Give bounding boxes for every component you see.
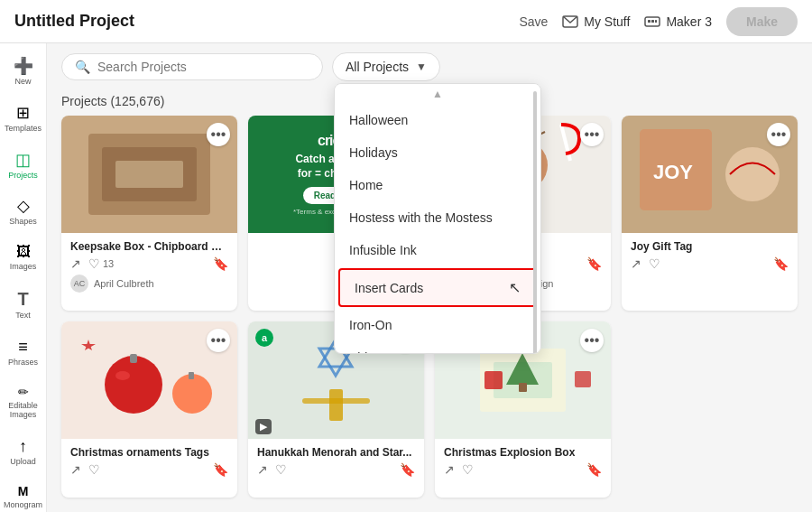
dropdown-item-halloween[interactable]: Halloween [335, 104, 540, 136]
page-title: Untitled Project [14, 12, 134, 31]
sidebar-item-new[interactable]: ➕ New [3, 51, 44, 94]
card-actions-7: ↗ ♡ 🔖 [444, 462, 602, 477]
bookmark-button-7[interactable]: 🔖 [586, 462, 602, 477]
monogram-icon: M [18, 485, 29, 498]
like-button-1[interactable]: ♡ 13 [88, 256, 114, 271]
header-left: Untitled Project [14, 12, 134, 31]
sidebar-label-text: Text [15, 311, 31, 321]
svg-rect-41 [519, 383, 527, 392]
share-button-5[interactable]: ↗ [70, 462, 81, 477]
sidebar: ➕ New ⊞ Templates ◫ Projects ◇ Shapes 🖼 … [0, 43, 47, 512]
card-actions-1: ↗ ♡ 13 🔖 [70, 256, 228, 271]
svg-point-28 [115, 371, 130, 380]
main-content: 🔍 All Projects ▼ Projects (125,676) [47, 43, 812, 512]
filter-label: All Projects [346, 60, 409, 74]
sidebar-label-shapes: Shapes [9, 217, 37, 227]
sidebar-item-templates[interactable]: ⊞ Templates [3, 98, 44, 141]
card-menu-3[interactable]: ••• [580, 123, 604, 146]
card-title-1: Keepsake Box - Chipboard Pi... [70, 240, 228, 253]
share-button-4[interactable]: ↗ [631, 256, 641, 271]
search-input[interactable] [97, 60, 309, 74]
filter-dropdown[interactable]: All Projects ▼ [332, 52, 440, 81]
bookmark-button-5[interactable]: 🔖 [213, 462, 228, 477]
card-actions-5: ↗ ♡ 🔖 [70, 462, 228, 477]
phrases-icon: ≡ [18, 339, 28, 355]
bookmark-button-1[interactable]: 🔖 [213, 256, 228, 271]
make-button[interactable]: Make [726, 7, 798, 36]
header-right: Save My Stuff Maker 3 Make [519, 7, 798, 36]
share-button-7[interactable]: ↗ [444, 462, 455, 477]
like-button-6[interactable]: ♡ [275, 462, 287, 477]
sidebar-item-projects[interactable]: ◫ Projects [3, 144, 44, 188]
shapes-icon: ◇ [17, 198, 30, 214]
images-icon: 🖼 [16, 245, 31, 259]
save-button[interactable]: Save [519, 14, 548, 29]
mystuff-label: My Stuff [584, 14, 630, 29]
card-info-5: Christmas ornaments Tags ↗ ♡ 🔖 [61, 439, 237, 486]
svg-rect-43 [575, 371, 591, 387]
svg-rect-8 [115, 161, 183, 188]
dropdown-scrollbar[interactable] [533, 91, 537, 354]
search-box: 🔍 [61, 53, 323, 80]
bookmark-button-3[interactable]: 🔖 [586, 256, 602, 271]
card-badge-6: a [255, 329, 273, 347]
sidebar-item-phrases[interactable]: ≡ Phrases [3, 331, 44, 375]
card-info-4: Joy Gift Tag ↗ ♡ 🔖 [622, 233, 798, 280]
mystuff-button[interactable]: My Stuff [562, 14, 630, 29]
card-menu-4[interactable]: ••• [767, 123, 790, 146]
maker-button[interactable]: Maker 3 [644, 14, 712, 29]
scroll-top-indicator: ▲ [335, 84, 540, 104]
card-title-6: Hanukkah Menorah and Star... [257, 446, 415, 459]
svg-rect-35 [329, 389, 343, 421]
card-menu-1[interactable]: ••• [207, 123, 230, 146]
sidebar-label-monogram: Monogram [4, 500, 42, 510]
sidebar-label-phrases: Phrases [8, 358, 38, 368]
project-card-1[interactable]: ••• Keepsake Box - Chipboard Pi... ↗ ♡ 1… [61, 116, 237, 311]
card-menu-7[interactable]: ••• [580, 329, 604, 352]
upload-icon: ↑ [19, 438, 27, 454]
card-title-4: Joy Gift Tag [631, 240, 789, 253]
dropdown-item-kids[interactable]: Kids [335, 341, 540, 354]
dropdown-item-iron-on[interactable]: Iron-On [335, 309, 540, 341]
templates-icon: ⊞ [16, 105, 30, 121]
bookmark-button-6[interactable]: 🔖 [400, 462, 415, 477]
text-icon: T [17, 290, 28, 308]
svg-rect-42 [484, 371, 503, 389]
maker-icon [644, 15, 660, 28]
chevron-down-icon: ▼ [416, 61, 427, 73]
svg-point-24 [725, 147, 780, 201]
sidebar-label-projects: Projects [8, 171, 38, 181]
project-card-5[interactable]: ••• Christmas ornaments Tags ↗ ♡ 🔖 [61, 321, 237, 498]
dropdown-item-insert-cards[interactable]: Insert Cards ↖ [338, 268, 537, 307]
sidebar-item-shapes[interactable]: ◇ Shapes [3, 191, 44, 234]
sidebar-label-images: Images [10, 262, 37, 272]
sidebar-item-images[interactable]: 🖼 Images [3, 237, 44, 279]
maker-label: Maker 3 [666, 14, 712, 29]
project-card-4[interactable]: JOY ••• Joy Gift Tag ↗ ♡ 🔖 [622, 116, 798, 311]
like-button-7[interactable]: ♡ [462, 462, 474, 477]
sidebar-item-monogram[interactable]: M Monogram [3, 478, 44, 512]
svg-rect-30 [189, 372, 194, 379]
svg-rect-3 [651, 20, 654, 23]
card-info-6: Hanukkah Menorah and Star... ↗ ♡ 🔖 [248, 439, 424, 486]
projects-icon: ◫ [15, 152, 31, 168]
dropdown-item-hostess[interactable]: Hostess with the Mostess [335, 201, 540, 234]
sidebar-label-upload: Upload [10, 457, 36, 467]
like-button-5[interactable]: ♡ [88, 462, 100, 477]
sidebar-item-upload[interactable]: ↑ Upload [3, 431, 44, 474]
sidebar-label-editable: Editable Images [6, 401, 41, 421]
dropdown-item-infusible[interactable]: Infusible Ink [335, 234, 540, 266]
like-button-4[interactable]: ♡ [649, 256, 660, 271]
card-menu-5[interactable]: ••• [207, 329, 230, 352]
share-button-1[interactable]: ↗ [70, 256, 81, 271]
dropdown-item-home[interactable]: Home [335, 169, 540, 201]
sidebar-item-editable[interactable]: ✏ Editable Images [3, 378, 44, 428]
card-author-1: AC April Culbreth [70, 275, 228, 293]
bookmark-button-4[interactable]: 🔖 [773, 256, 789, 271]
card-title-7: Christmas Explosion Box [444, 446, 602, 459]
mail-icon [562, 15, 578, 28]
card-info-7: Christmas Explosion Box ↗ ♡ 🔖 [435, 439, 611, 486]
share-button-6[interactable]: ↗ [257, 462, 268, 477]
dropdown-item-holidays[interactable]: Holidays [335, 136, 540, 169]
sidebar-item-text[interactable]: T Text [3, 283, 44, 328]
